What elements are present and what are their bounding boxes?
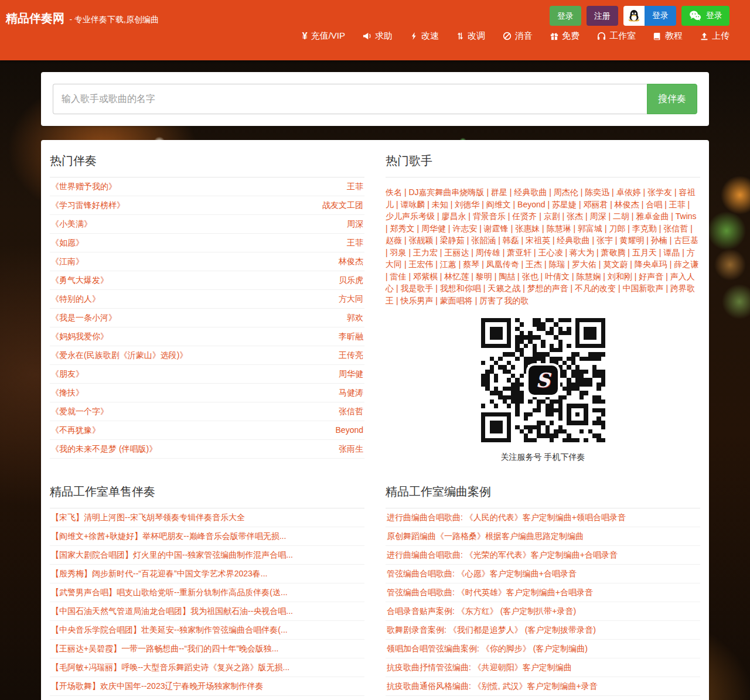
studio-sale-link[interactable]: 【武警男声合唱】唱支山歌给党听--重新分轨制作高品质伴奏(送... (51, 588, 363, 597)
nav-item[interactable]: ¥ 充值/VIP (302, 30, 345, 42)
singer-link[interactable]: 五月天 (632, 248, 663, 257)
singer-link[interactable]: 宋祖英 (526, 235, 557, 245)
singer-link[interactable]: 厉害了我的歌 (479, 296, 529, 305)
song-title-link[interactable]: 《朋友》 (51, 369, 84, 379)
singer-link[interactable]: 王力宏 (413, 248, 444, 257)
song-title-link[interactable]: 《我的未来不是梦 (伴唱版)》 (51, 444, 157, 454)
song-artist-link[interactable]: 李昕融 (339, 332, 363, 342)
singer-link[interactable]: 任贤齐 (512, 211, 543, 221)
nav-item[interactable]: 教程 (653, 30, 683, 42)
singer-link[interactable]: 背景音乐 (473, 211, 512, 221)
song-title-link[interactable]: 《特别的人》 (51, 294, 100, 304)
song-artist-link[interactable]: 王传亮 (339, 350, 363, 360)
singer-link[interactable]: DJ嘉宾舞曲串烧嗨版 (408, 187, 491, 197)
singer-link[interactable]: 孙楠 (651, 235, 674, 245)
song-title-link[interactable]: 《小美满》 (51, 219, 92, 229)
song-artist-link[interactable]: 战友文工团 (322, 200, 363, 210)
singer-link[interactable]: 王杰 (526, 259, 548, 269)
studio-case-link[interactable]: 领唱加合唱管弦编曲案例: 《你的脚步》 (客户定制编曲) (387, 644, 699, 654)
studio-sale-link[interactable]: 【王丽达+吴碧霞】一带一路畅想曲--“我们的四十年”晚会版独... (51, 644, 363, 654)
singer-link[interactable]: 王宏伟 (408, 259, 439, 269)
song-artist-link[interactable]: 周深 (347, 219, 363, 229)
singer-link[interactable]: 周华健 (421, 224, 452, 233)
singer-link[interactable]: 陶喆 (499, 272, 521, 281)
song-artist-link[interactable]: 马健涛 (339, 388, 363, 398)
singer-link[interactable]: 许志安 (452, 224, 483, 233)
singer-link[interactable]: 张也 (522, 272, 545, 281)
studio-case-link[interactable]: 进行曲编曲合唱歌曲: 《人民的代表》客户定制编曲+领唱合唱录音 (387, 513, 699, 523)
studio-case-link[interactable]: 合唱录音贴声案例: 《东方红》 (客户定制扒带+录音) (387, 606, 699, 616)
nav-item[interactable]: 求助 (363, 30, 393, 42)
studio-sale-link[interactable]: 【开场歌舞】欢庆中国年--2023辽宁春晚开场独家制作伴奏 (51, 681, 363, 691)
song-title-link[interactable]: 《搀扶》 (51, 388, 84, 398)
studio-case-link[interactable]: 抗疫歌曲抒情管弦编曲: 《共迎朝阳》客户定制编曲 (387, 663, 699, 672)
singer-link[interactable]: 苏星婕 (552, 200, 583, 209)
singer-link[interactable]: 群星 (491, 187, 514, 197)
singer-link[interactable]: 罗大佑 (572, 259, 603, 269)
song-artist-link[interactable]: 贝乐虎 (339, 275, 363, 285)
singer-link[interactable]: 陈慧琳 (547, 224, 578, 233)
singer-link[interactable]: 郭富城 (578, 224, 609, 233)
studio-sale-link[interactable]: 【殷秀梅】阔步新时代--“百花迎春”中国文学艺术界2023春... (51, 569, 363, 579)
song-artist-link[interactable]: 郭欢 (347, 313, 363, 323)
nav-item[interactable]: 上传 (700, 30, 729, 42)
search-button[interactable]: 搜伴奏 (647, 84, 697, 114)
song-title-link[interactable]: 《学习雷锋好榜样》 (51, 200, 125, 210)
song-title-link[interactable]: 《妈妈我爱你》 (51, 332, 108, 342)
singer-link[interactable]: 羽泉 (390, 248, 413, 257)
nav-item[interactable]: 工作室 (597, 30, 636, 42)
song-artist-link[interactable]: Beyond (336, 425, 363, 435)
search-input[interactable] (53, 84, 647, 114)
singer-link[interactable]: 萧敬腾 (601, 248, 632, 257)
song-title-link[interactable]: 《江南》 (51, 257, 84, 267)
singer-link[interactable]: 周杰伦 (554, 187, 585, 197)
singer-link[interactable]: 凤凰传奇 (486, 259, 526, 269)
nav-item[interactable]: 免费 (550, 30, 579, 42)
singer-link[interactable]: 京剧 (544, 211, 567, 221)
singer-link[interactable]: 经典歌曲 (514, 187, 553, 197)
song-title-link[interactable]: 《爱永在(民族歌剧《沂蒙山》选段)》 (51, 350, 188, 360)
singer-link[interactable]: 未知 (432, 200, 455, 209)
song-artist-link[interactable]: 方大同 (339, 294, 363, 304)
singer-link[interactable]: 中国新歌声 (623, 284, 670, 293)
singer-link[interactable]: 邓丽君 (583, 200, 614, 209)
singer-link[interactable]: 合唱 (646, 200, 669, 209)
singer-link[interactable]: 陈瑞 (549, 259, 572, 269)
studio-sale-link[interactable]: 【阎维文+徐茜+耿婕好】举杯吧朋友--巅峰音乐会版带伴唱无损... (51, 531, 363, 541)
singer-link[interactable]: 刘和刚 (608, 272, 639, 281)
song-title-link[interactable]: 《如愿》 (51, 238, 84, 248)
singer-link[interactable]: 少儿声乐考级 (386, 211, 441, 221)
singer-link[interactable]: 江蕙 (440, 259, 463, 269)
studio-case-link[interactable]: 原创舞蹈编曲《一路格桑》根据客户编曲思路定制编曲 (387, 531, 699, 541)
song-artist-link[interactable]: 王菲 (347, 182, 363, 192)
studio-case-link[interactable]: 管弦编曲合唱歌曲: 《心愿》客户定制编曲+合唱录音 (387, 569, 699, 579)
singer-link[interactable]: 经典歌曲 (557, 235, 596, 245)
singer-link[interactable]: 快乐男声 (400, 296, 439, 305)
studio-sale-link[interactable]: 【毛阿敏+冯瑞丽】呼唤--大型音乐舞蹈史诗《复兴之路》版无损... (51, 663, 363, 672)
singer-link[interactable]: 郑秀文 (390, 224, 421, 233)
singer-link[interactable]: 刘德华 (455, 200, 486, 209)
singer-link[interactable]: 好声音 (639, 272, 670, 281)
singer-link[interactable]: 林忆莲 (444, 272, 475, 281)
login-button[interactable]: 登录 (550, 6, 581, 26)
wechat-login-button[interactable]: 登录 (681, 6, 729, 26)
singer-link[interactable]: 天籁之战 (488, 284, 527, 293)
singer-link[interactable]: 降央卓玛 (635, 259, 674, 269)
singer-link[interactable]: 我想和你唱 (440, 284, 488, 293)
singer-link[interactable]: 张靓颖 (408, 235, 439, 245)
studio-case-link[interactable]: 进行曲编曲合唱歌曲: 《光荣的军代表》客户定制编曲+合唱录音 (387, 550, 699, 560)
song-artist-link[interactable]: 张信哲 (339, 407, 363, 416)
singer-link[interactable]: 李克勤 (632, 224, 663, 233)
singer-link[interactable]: 刀郎 (609, 224, 632, 233)
singer-link[interactable]: 梦想的声音 (527, 284, 575, 293)
singer-link[interactable]: 张杰 (567, 211, 589, 221)
studio-sale-link[interactable]: 【中央音乐学院合唱团】壮美延安--独家制作管弦编曲合唱伴奏(... (51, 625, 363, 635)
singer-link[interactable]: 张惠妹 (515, 224, 546, 233)
register-button[interactable]: 注册 (587, 6, 618, 26)
singer-link[interactable]: 蔡琴 (463, 259, 486, 269)
singer-link[interactable]: 陈慧娴 (576, 272, 607, 281)
singer-link[interactable]: 谭晶 (663, 248, 686, 257)
singer-link[interactable]: 周深 (590, 211, 613, 221)
nav-item[interactable]: 消音 (503, 30, 533, 42)
singer-link[interactable]: 我是歌手 (400, 284, 439, 293)
